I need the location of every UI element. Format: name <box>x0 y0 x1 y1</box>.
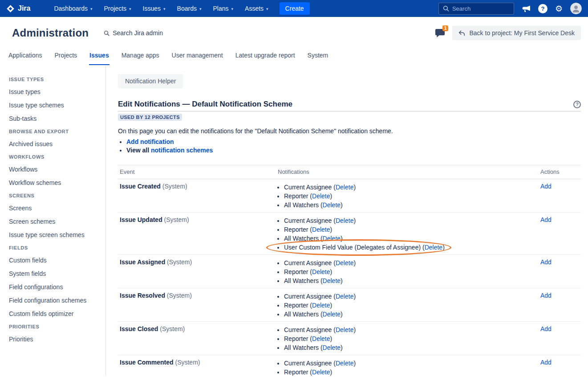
sidebar-item-custom-fields[interactable]: Custom fields <box>9 257 100 264</box>
topbar-menu-boards[interactable]: Boards▾ <box>171 0 207 17</box>
actions-cell: Add <box>539 355 581 377</box>
sidebar-item-screen-schemes[interactable]: Screen schemes <box>9 218 100 225</box>
delete-link[interactable]: Delete <box>336 293 353 300</box>
delete-link[interactable]: Delete <box>323 344 341 351</box>
chevron-down-icon: ▾ <box>90 7 93 11</box>
event-name: Issue Commented <box>120 359 174 366</box>
event-cell: Issue Commented (System) <box>118 355 276 377</box>
used-by-badge: USED BY 12 PROJECTS <box>118 114 182 121</box>
admin-notifications-icon[interactable]: 1 <box>435 29 445 38</box>
sidebar-item-custom-fields-optimizer[interactable]: Custom fields optimizer <box>9 310 100 318</box>
column-header-actions: Actions <box>539 165 581 179</box>
sidebar-item-issue-types[interactable]: Issue types <box>9 88 100 96</box>
notification-helper-button[interactable]: Notification Helper <box>118 74 183 88</box>
back-to-project-button[interactable]: Back to project: My First Service Desk <box>452 26 581 40</box>
delete-link[interactable]: Delete <box>323 311 341 318</box>
delete-link[interactable]: Delete <box>312 369 330 376</box>
table-row-issue-closed: Issue Closed (System)Current Assignee (D… <box>118 322 581 355</box>
global-search-input[interactable] <box>452 5 510 12</box>
tab-system[interactable]: System <box>307 50 329 65</box>
menu-label: Assets <box>245 5 264 12</box>
sidebar-item-workflows[interactable]: Workflows <box>9 166 100 173</box>
delete-link[interactable]: Delete <box>323 235 341 242</box>
action-links: Add notificationView all notification sc… <box>118 138 581 155</box>
chevron-down-icon: ▾ <box>231 7 234 11</box>
admin-layout: ISSUE TYPESIssue typesIssue type schemes… <box>0 65 588 375</box>
notification-list: Current Assignee (Delete)Reporter (Delet… <box>278 359 537 377</box>
page-title: Administration <box>12 27 89 39</box>
link-notification-schemes[interactable]: notification schemes <box>151 147 213 154</box>
notifications-table: EventNotificationsActions Issue Created … <box>118 165 581 377</box>
admin-search[interactable]: Search Jira admin <box>104 29 163 37</box>
tab-projects[interactable]: Projects <box>54 50 78 65</box>
topbar-menu-assets[interactable]: Assets▾ <box>239 0 274 17</box>
chevron-down-icon: ▾ <box>266 7 268 11</box>
delete-link[interactable]: Delete <box>312 335 330 342</box>
action-bullet: View all notification schemes <box>126 146 581 155</box>
delete-link[interactable]: Delete <box>312 226 330 233</box>
help-icon[interactable]: ? <box>538 4 547 13</box>
sidebar-item-field-configurations[interactable]: Field configurations <box>9 283 100 291</box>
delete-link[interactable]: Delete <box>323 277 341 284</box>
notification-item: User Custom Field Value (Delegates of As… <box>284 243 537 252</box>
notification-item: Current Assignee (Delete) <box>284 325 537 334</box>
delete-link[interactable]: Delete <box>425 244 442 251</box>
announcement-icon[interactable] <box>522 5 531 12</box>
delete-link[interactable]: Delete <box>336 217 353 224</box>
delete-link[interactable]: Delete <box>336 326 353 333</box>
sidebar-item-archived-issues[interactable]: Archived issues <box>9 140 100 148</box>
add-link[interactable]: Add <box>540 292 552 299</box>
tab-manage-apps[interactable]: Manage apps <box>121 50 160 65</box>
delete-link[interactable]: Delete <box>312 193 330 200</box>
sidebar-item-issue-type-schemes[interactable]: Issue type schemes <box>9 102 100 109</box>
notification-count-badge: 1 <box>442 25 449 31</box>
sidebar-item-field-configuration-schemes[interactable]: Field configuration schemes <box>9 297 100 304</box>
notification-label: Reporter ( <box>284 335 312 342</box>
sidebar-item-workflow-schemes[interactable]: Workflow schemes <box>9 179 100 187</box>
section-heading: Edit Notifications — Default Notificatio… <box>118 100 292 109</box>
delete-link[interactable]: Delete <box>336 184 353 191</box>
topbar-menu-projects[interactable]: Projects▾ <box>98 0 137 17</box>
menu-label: Projects <box>104 5 127 12</box>
topbar-menu-plans[interactable]: Plans▾ <box>207 0 239 17</box>
link-add-notification[interactable]: Add notification <box>126 138 174 145</box>
tab-user-management[interactable]: User management <box>171 50 223 65</box>
sidebar-item-system-fields[interactable]: System fields <box>9 270 100 278</box>
delete-link[interactable]: Delete <box>336 360 353 367</box>
delete-link[interactable]: Delete <box>312 268 330 275</box>
tab-applications[interactable]: Applications <box>8 50 43 65</box>
actions-cell: Add <box>539 255 581 288</box>
add-link[interactable]: Add <box>540 325 552 332</box>
event-suffix: (System) <box>158 325 185 332</box>
topbar-menu-issues[interactable]: Issues▾ <box>137 0 171 17</box>
notification-item: Current Assignee (Delete) <box>284 216 537 225</box>
jira-logo[interactable]: Jira <box>6 4 30 13</box>
delete-link[interactable]: Delete <box>323 201 341 209</box>
sidebar-item-sub-tasks[interactable]: Sub-tasks <box>9 115 100 123</box>
table-header-row: EventNotificationsActions <box>118 165 581 179</box>
create-button[interactable]: Create <box>280 2 310 15</box>
topbar-menu-dashboards[interactable]: Dashboards▾ <box>48 0 98 17</box>
sidebar-item-screens[interactable]: Screens <box>9 205 100 212</box>
help-circle-icon[interactable]: ? <box>573 101 581 108</box>
gear-icon[interactable]: ⚙ <box>555 4 563 13</box>
delete-link[interactable]: Delete <box>312 302 330 309</box>
sidebar-item-priorities[interactable]: Priorities <box>9 336 100 343</box>
delete-link[interactable]: Delete <box>336 259 353 266</box>
add-link[interactable]: Add <box>540 258 552 266</box>
notification-item: Reporter (Delete) <box>284 334 537 343</box>
add-link[interactable]: Add <box>540 216 552 223</box>
megaphone-icon <box>522 5 531 12</box>
notifications-cell: Current Assignee (Delete)Reporter (Delet… <box>276 322 539 355</box>
table-row-issue-created: Issue Created (System)Current Assignee (… <box>118 179 581 213</box>
add-link[interactable]: Add <box>540 359 552 366</box>
add-link[interactable]: Add <box>540 183 552 190</box>
avatar[interactable] <box>570 3 582 14</box>
tab-latest-upgrade-report[interactable]: Latest upgrade report <box>235 50 296 65</box>
global-search[interactable] <box>438 3 514 15</box>
notification-item: All Watchers (Delete) <box>284 276 537 285</box>
sidebar-item-issue-type-screen-schemes[interactable]: Issue type screen schemes <box>9 231 100 239</box>
tab-issues[interactable]: Issues <box>89 50 109 65</box>
search-icon <box>443 5 449 12</box>
notification-label: All Watchers ( <box>284 277 323 284</box>
